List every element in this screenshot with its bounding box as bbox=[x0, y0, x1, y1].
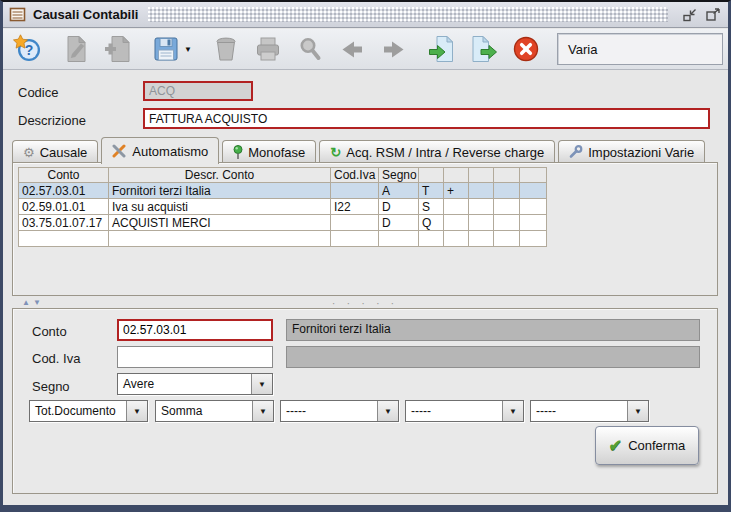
cell-segno[interactable]: A bbox=[379, 183, 419, 199]
cell-cod-iva[interactable] bbox=[331, 183, 379, 199]
maximize-icon[interactable] bbox=[703, 6, 722, 23]
cell-cod-iva[interactable] bbox=[331, 231, 379, 247]
causali-contabili-window: Causali Contabili ? bbox=[0, 0, 731, 512]
cell-segno[interactable]: D bbox=[379, 199, 419, 215]
cell-conto[interactable]: 02.57.03.01 bbox=[19, 183, 109, 199]
wrench-icon bbox=[569, 145, 583, 159]
cell-cod-iva[interactable]: I22 bbox=[331, 199, 379, 215]
cell[interactable] bbox=[444, 199, 469, 215]
tab-automatismo[interactable]: Automatismo bbox=[101, 137, 219, 164]
chevron-down-icon[interactable]: ▼ bbox=[627, 401, 648, 421]
cell[interactable] bbox=[469, 199, 494, 215]
table-row[interactable]: 03.75.01.07.17 ACQUISTI MERCI D Q bbox=[19, 215, 547, 231]
cell[interactable] bbox=[520, 231, 547, 247]
codice-input[interactable] bbox=[143, 81, 253, 101]
cell[interactable] bbox=[494, 183, 520, 199]
help-star-icon[interactable]: ? bbox=[8, 30, 48, 68]
col-header-conto[interactable]: Conto bbox=[19, 168, 109, 183]
cell-segno[interactable]: D bbox=[379, 215, 419, 231]
table-row[interactable]: 02.59.01.01 Iva su acquisti I22 D S bbox=[19, 199, 547, 215]
operation-combobox-5-value: ----- bbox=[531, 404, 627, 418]
cell-conto[interactable] bbox=[19, 231, 109, 247]
detail-conto-input[interactable] bbox=[117, 319, 273, 341]
operation-combobox-5[interactable]: ----- ▼ bbox=[530, 400, 649, 422]
cell[interactable]: S bbox=[419, 199, 444, 215]
cell-descr[interactable]: ACQUISTI MERCI bbox=[109, 215, 331, 231]
cell-descr[interactable]: Fornitori terzi Italia bbox=[109, 183, 331, 199]
conferma-button-label: Conferma bbox=[628, 438, 685, 453]
cell-cod-iva[interactable] bbox=[331, 215, 379, 231]
operation-combobox-3[interactable]: ----- ▼ bbox=[280, 400, 399, 422]
delete-icon bbox=[206, 30, 246, 68]
table-header-row: Conto Descr. Conto Cod.Iva Segno bbox=[19, 168, 547, 183]
titlebar-texture bbox=[148, 7, 668, 22]
detail-segno-label: Segno bbox=[32, 379, 70, 394]
segno-combobox[interactable]: Avere ▼ bbox=[117, 373, 273, 395]
chevron-down-icon[interactable]: ▼ bbox=[377, 401, 398, 421]
chevron-down-icon[interactable]: ▼ bbox=[126, 401, 147, 421]
descrizione-input[interactable] bbox=[143, 108, 710, 129]
close-icon[interactable] bbox=[506, 30, 546, 68]
cell-descr[interactable] bbox=[109, 231, 331, 247]
cell-descr[interactable]: Iva su acquisti bbox=[109, 199, 331, 215]
cell-conto[interactable]: 02.59.01.01 bbox=[19, 199, 109, 215]
chevron-down-icon[interactable]: ▼ bbox=[251, 374, 272, 394]
conferma-button[interactable]: ✔ Conferma bbox=[595, 426, 699, 465]
splitter-collapse-icons[interactable]: ▲▼ bbox=[22, 298, 44, 307]
operation-combobox-1[interactable]: Tot.Documento ▼ bbox=[29, 400, 148, 422]
col-header-blank[interactable] bbox=[469, 168, 494, 183]
cell-conto[interactable]: 03.75.01.07.17 bbox=[19, 215, 109, 231]
col-header-blank[interactable] bbox=[444, 168, 469, 183]
tab-acq-rsm-intra-reverse-charge[interactable]: ↻ Acq. RSM / Intra / Reverse charge bbox=[319, 140, 555, 163]
table-row[interactable]: 02.57.03.01 Fornitori terzi Italia A T + bbox=[19, 183, 547, 199]
tab-impostazioni-varie[interactable]: Impostazioni Varie bbox=[558, 140, 705, 163]
cell[interactable] bbox=[494, 215, 520, 231]
cell[interactable] bbox=[469, 231, 494, 247]
col-header-blank[interactable] bbox=[494, 168, 520, 183]
restore-icon[interactable] bbox=[680, 6, 699, 23]
col-header-blank[interactable] bbox=[520, 168, 547, 183]
cell[interactable] bbox=[419, 231, 444, 247]
title-bar: Causali Contabili bbox=[3, 2, 728, 28]
save-icon[interactable]: ▼ bbox=[146, 30, 198, 68]
cell-segno[interactable] bbox=[379, 231, 419, 247]
chevron-down-icon[interactable]: ▼ bbox=[502, 401, 523, 421]
export-document-icon[interactable] bbox=[464, 30, 504, 68]
table-row[interactable] bbox=[19, 231, 547, 247]
cell[interactable]: + bbox=[444, 183, 469, 199]
cell[interactable] bbox=[520, 215, 547, 231]
import-document-icon[interactable] bbox=[422, 30, 462, 68]
tab-causale[interactable]: ⚙ Causale bbox=[12, 140, 98, 163]
cell[interactable] bbox=[494, 199, 520, 215]
detail-cod-iva-input[interactable] bbox=[117, 346, 273, 368]
detail-conto-descr: Fornitori terzi Italia bbox=[286, 319, 700, 341]
tab-monofase[interactable]: Monofase bbox=[222, 140, 316, 163]
operation-combobox-2-value: Somma bbox=[156, 404, 252, 418]
window-title: Causali Contabili bbox=[33, 7, 138, 22]
context-field[interactable]: Varia bbox=[557, 33, 723, 65]
save-dropdown-icon[interactable]: ▼ bbox=[184, 45, 192, 54]
detail-cod-iva-label: Cod. Iva bbox=[32, 351, 80, 366]
cell[interactable] bbox=[520, 199, 547, 215]
chevron-down-icon[interactable]: ▼ bbox=[252, 401, 273, 421]
cell[interactable]: Q bbox=[419, 215, 444, 231]
cell[interactable] bbox=[520, 183, 547, 199]
print-icon bbox=[248, 30, 288, 68]
col-header-descr-conto[interactable]: Descr. Conto bbox=[109, 168, 331, 183]
col-header-cod-iva[interactable]: Cod.Iva bbox=[331, 168, 379, 183]
operation-combobox-2[interactable]: Somma ▼ bbox=[155, 400, 274, 422]
cell[interactable] bbox=[444, 231, 469, 247]
cell[interactable] bbox=[469, 215, 494, 231]
col-header-blank[interactable] bbox=[419, 168, 444, 183]
cell[interactable] bbox=[444, 215, 469, 231]
operation-combobox-4-value: ----- bbox=[406, 404, 502, 418]
operation-combobox-4[interactable]: ----- ▼ bbox=[405, 400, 524, 422]
split-pane-divider[interactable]: ▲▼ · · · · · bbox=[12, 297, 718, 308]
detail-cod-iva-descr bbox=[286, 346, 700, 368]
col-header-segno[interactable]: Segno bbox=[379, 168, 419, 183]
operation-combobox-3-value: ----- bbox=[281, 404, 377, 418]
cell[interactable]: T bbox=[419, 183, 444, 199]
cell[interactable] bbox=[494, 231, 520, 247]
cell[interactable] bbox=[469, 183, 494, 199]
codice-label: Codice bbox=[18, 85, 58, 100]
